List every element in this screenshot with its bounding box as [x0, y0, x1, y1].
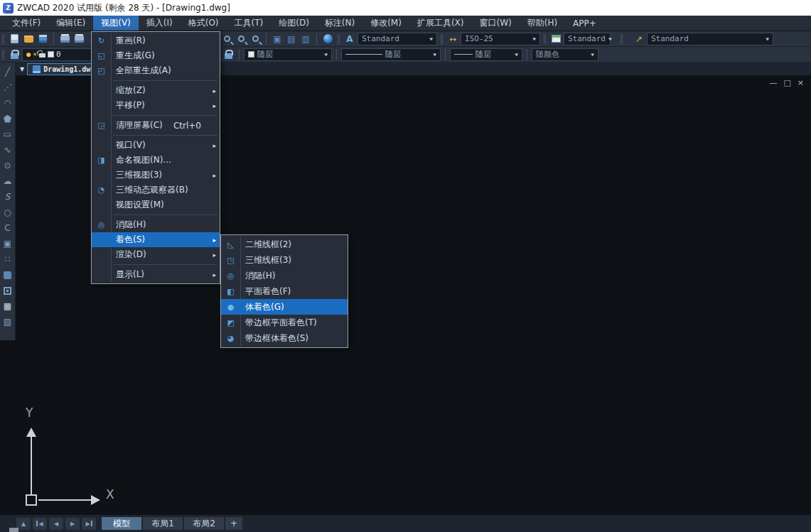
save-button[interactable] [36, 33, 49, 45]
menu-view[interactable]: 视图(V) [93, 16, 139, 31]
first-tab-button[interactable]: ◀ [33, 518, 47, 530]
menuitem-regen[interactable]: ◱ 重生成(G) [92, 48, 220, 63]
tab-model[interactable]: 模型 [102, 517, 141, 530]
revcloud-button[interactable]: ☁ [1, 173, 15, 189]
text-style-combobox[interactable]: Standard ▼ [358, 33, 437, 45]
color-control-combobox[interactable]: 随层 ▼ [244, 48, 332, 61]
polyline-button[interactable]: ∿ [1, 142, 15, 158]
menu-app-plus[interactable]: APP+ [565, 16, 604, 31]
render-button[interactable] [321, 33, 334, 45]
text-style-button[interactable]: A [343, 33, 356, 45]
plotstyle-control-combobox[interactable]: 随颜色 ▼ [532, 48, 598, 61]
toolbar-grip[interactable] [2, 50, 4, 60]
menuitem-flat-shaded-edges[interactable]: ◩ 带边框平面着色(T) [221, 315, 348, 330]
menuitem-redraw[interactable]: ↻ 重画(R) [92, 33, 220, 48]
close-icon[interactable]: × [797, 78, 804, 87]
layer-properties-button[interactable] [8, 48, 21, 61]
restore-icon[interactable]: □ [783, 78, 790, 87]
menuitem-2d-wireframe[interactable]: ◺ 二维线框(2) [221, 237, 348, 252]
menuitem-gouraud-shaded-edges[interactable]: ◕ 带边框体着色(S) [221, 330, 348, 346]
menuitem-display[interactable]: 显示(L) ▸ [92, 267, 220, 282]
designcenter-button[interactable]: ▤ [285, 33, 298, 45]
menuitem-shade[interactable]: 着色(S) ▸ [92, 232, 220, 247]
open-file-button[interactable] [22, 33, 35, 45]
menuitem-named-views[interactable]: ◨ 命名视图(N)... [92, 153, 220, 168]
spline-button[interactable]: S [1, 189, 15, 205]
menuitem-3d-orbit[interactable]: ◔ 三维动态观察器(B) [92, 183, 220, 197]
plot-button[interactable] [58, 33, 71, 45]
arc-icon: ◠ [4, 99, 11, 107]
last-tab-button[interactable]: ▶ [82, 518, 96, 530]
menuitem-clean-screen[interactable]: ◲ 清理屏幕(C) Ctrl+0 [92, 118, 220, 133]
commandline-expand-button[interactable]: ▲ [16, 518, 31, 530]
table-style-button[interactable] [549, 33, 562, 45]
tab-add-layout[interactable]: + [225, 517, 242, 530]
mleader-style-combobox[interactable]: Standard ▼ [647, 33, 773, 45]
xline-button[interactable]: ⋰ [1, 80, 15, 95]
menuitem-render[interactable]: 渲染(D) ▸ [92, 247, 220, 262]
menuitem-flat-shaded[interactable]: ◧ 平面着色(F) [221, 283, 348, 299]
menuitem-3d-wireframe[interactable]: ◳ 三维线框(3) [221, 252, 348, 268]
next-tab-button[interactable]: ▶ [65, 518, 80, 530]
prev-tab-button[interactable]: ◀ [49, 518, 63, 530]
menuitem-zoom[interactable]: 缩放(Z) ▸ [92, 83, 220, 98]
menu-file[interactable]: 文件(F) [4, 16, 48, 31]
hatch-button[interactable] [1, 267, 15, 283]
point-button[interactable]: ∷ [1, 251, 15, 267]
zoom-window-button[interactable] [235, 33, 247, 45]
document-tab-drawing1[interactable]: Drawing1.dwg [27, 63, 100, 75]
layer-states-button[interactable] [222, 48, 235, 61]
dim-style-button[interactable]: ↔ [446, 33, 459, 45]
toolbar-grip[interactable] [338, 34, 340, 44]
tab-layout2[interactable]: 布局2 [184, 517, 224, 530]
toolbar-grip[interactable] [441, 34, 443, 44]
line-button[interactable]: ╱ [1, 64, 15, 80]
menuitem-viewports[interactable]: 视口(V) ▸ [92, 138, 220, 153]
menu-window[interactable]: 窗口(W) [471, 16, 519, 31]
layer-combobox[interactable]: ● ☀ 0 [22, 48, 93, 61]
insert-block-button[interactable]: ▣ [1, 236, 15, 251]
linetype-control-combobox[interactable]: 随层 ▼ [341, 48, 441, 61]
arc-button[interactable]: ◠ [1, 95, 15, 111]
donut-button[interactable] [1, 283, 15, 298]
table-button[interactable]: ▦ [1, 298, 15, 314]
menu-edit[interactable]: 编辑(E) [48, 16, 93, 31]
menuitem-view-settings[interactable]: 视图设置(M) [92, 197, 220, 212]
new-file-button[interactable] [8, 33, 21, 45]
menuitem-3d-views[interactable]: 三维视图(3) ▸ [92, 168, 220, 183]
dim-style-combobox[interactable]: ISO-25 ▼ [461, 33, 540, 45]
properties-button[interactable]: ▣ [271, 33, 284, 45]
rectangle-button[interactable]: ▭ [1, 126, 15, 142]
zoom-realtime-button[interactable] [249, 33, 262, 45]
toolbar-grip[interactable] [621, 34, 623, 44]
menu-tools[interactable]: 工具(T) [227, 16, 272, 31]
zoom-previous-button[interactable] [220, 33, 233, 45]
menuitem-pan[interactable]: 平移(P) ▸ [92, 98, 220, 113]
mleader-style-button[interactable]: ↗ [633, 33, 645, 45]
menu-help[interactable]: 帮助(H) [520, 16, 565, 31]
menuitem-gouraud-shaded[interactable]: ● 体着色(G) [221, 299, 348, 315]
lineweight-control-combobox[interactable]: 随层 ▼ [450, 48, 522, 61]
minimize-icon[interactable]: — [769, 78, 777, 87]
toolbar-grip[interactable] [544, 34, 546, 44]
toolpalette-button[interactable]: ▥ [299, 33, 312, 45]
menu-insert[interactable]: 插入(I) [139, 16, 181, 31]
menu-dimension[interactable]: 标注(N) [317, 16, 362, 31]
image-button[interactable]: ▨ [1, 314, 15, 330]
menu-express[interactable]: 扩展工具(X) [409, 16, 472, 31]
menuitem-hide[interactable]: ◎ 消隐(H) [92, 217, 220, 232]
polygon-button[interactable] [1, 111, 15, 126]
menu-modify[interactable]: 修改(M) [362, 16, 409, 31]
circle-button[interactable]: ⊙ [1, 158, 15, 173]
menu-format[interactable]: 格式(O) [181, 16, 227, 31]
menuitem-regen-all[interactable]: ◰ 全部重生成(A) [92, 63, 220, 78]
menuitem-submenu-hide[interactable]: ◎ 消隐(H) [221, 268, 348, 283]
toolbar-grip[interactable] [2, 34, 4, 44]
tab-layout1[interactable]: 布局1 [143, 517, 183, 530]
menu-draw[interactable]: 绘图(D) [271, 16, 317, 31]
plot-preview-button[interactable] [72, 33, 85, 45]
table-style-combobox[interactable]: Standard ▼ [564, 33, 611, 45]
ellipse-arc-button[interactable]: C [1, 220, 15, 236]
doc-tab-menu-caret[interactable]: ▼ [20, 66, 24, 72]
ellipse-button[interactable]: ○ [1, 205, 15, 220]
